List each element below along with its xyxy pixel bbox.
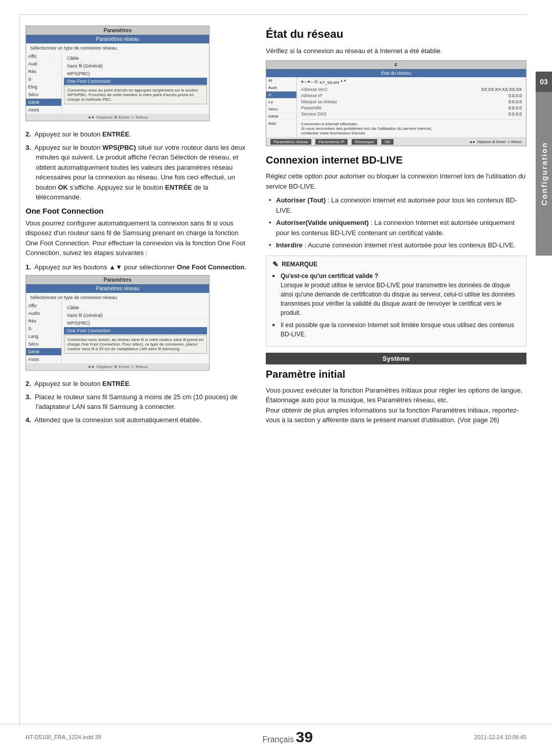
step-bold: ENTRÉE	[102, 130, 129, 138]
step-period: .	[129, 380, 131, 387]
systeme-bar: Système	[266, 353, 526, 364]
ns-item: Assi	[266, 120, 296, 127]
network-row: Masque ss-réseau 0.0.0.0	[301, 99, 522, 105]
ui-subtitle-bar-2: Paramètres réseau	[26, 284, 209, 293]
step-entree: ENTRÉE	[165, 184, 192, 191]
step-3b: 3. Placez le routeur sans fil Samsung à …	[26, 392, 250, 412]
sidebar-item: Sécu	[26, 340, 61, 348]
ui-network-status: F État du réseau Af Audi S· Lo Sécu Géné…	[266, 60, 526, 147]
network-title-outer: F	[266, 61, 526, 69]
footer-center: Français 39	[263, 728, 313, 746]
ui-footer-1: ◄► Déplacer ⊞ Entrer ⊃ Retour	[26, 114, 209, 121]
ns-item: Sécu	[266, 106, 296, 113]
step-num: 2.	[26, 130, 31, 138]
menu-item: Câble	[64, 304, 207, 312]
btn-reessayer[interactable]: Réessayer	[352, 139, 377, 145]
ns-item: Audi	[266, 84, 296, 91]
ui-footer-2: ◄► Déplacer ⊞ Entrer ⊃ Retour	[26, 363, 209, 370]
ui-title-bar-1: Paramètres	[26, 26, 209, 35]
step-text: Appuyez sur le bouton	[34, 380, 102, 387]
step-period: .	[244, 263, 246, 271]
ns-item: Géné	[266, 113, 296, 120]
ui-title-bar-2: Paramètres	[26, 276, 209, 284]
ui-tooltip-1: Connectez-vous au point d'accès en appuy…	[64, 85, 207, 104]
step-bold: WPS(PBC)	[102, 144, 136, 151]
step-bold: ENTRÉE	[102, 380, 129, 387]
row-value: 0.0.0.0	[509, 111, 522, 117]
menu-item-selected: One Foot Connection	[64, 78, 207, 85]
ui-prompt-1: Sélectionnez un type de connexion réseau…	[26, 43, 209, 53]
bullet-text: : Aucune connexion Internet n'est autori…	[303, 241, 516, 249]
sidebar-item: Assis	[26, 106, 61, 114]
menu-item: WPS(PBC)	[64, 70, 207, 78]
step-2: 2. Appuyez sur le bouton ENTRÉE.	[26, 129, 250, 140]
step-bold: One Foot Connection	[177, 263, 244, 271]
sidebar-item: Affic	[26, 53, 61, 60]
sidebar-item: Audio	[26, 310, 61, 317]
bdlive-heading: Connexion internet BD-LIVE	[266, 154, 526, 166]
bullet-autoriser-valide: Autoriser(Valide uniquement) : La connex…	[266, 218, 526, 238]
row-value: 0.0.0.0	[509, 99, 522, 104]
remarque-text: Lorsque le produit utilise le service BD…	[281, 282, 515, 316]
row-value: XX:XX:XX:XX:XX:XX	[481, 87, 522, 92]
footer-buttons: Paramètres réseau Paramètres IP Réessaye…	[270, 139, 394, 145]
conn-icon: ●—●—◎	[301, 79, 318, 84]
bdlive-bullets: Autoriser (Tout) : La connexion Internet…	[266, 195, 526, 250]
row-value: 0.0.0.0	[509, 105, 522, 110]
network-main: ●—●—◎ KT_WLAN ▲▼ Adresse MAC XX:XX:XX:XX…	[297, 77, 526, 138]
sidebar-item: Assis	[26, 356, 61, 363]
step-text: Placez le routeur sans fil Samsung à moi…	[35, 393, 238, 411]
left-column: Paramètres Paramètres réseau Sélectionne…	[26, 26, 250, 429]
chapter-number: 03	[536, 72, 552, 92]
sidebar-item: Lang	[26, 333, 61, 340]
ui-screenshot-2: Paramètres Paramètres réseau Sélectionne…	[26, 275, 210, 371]
remarque-box: REMARQUE Qu'est-ce qu'un certificat vali…	[266, 256, 526, 347]
step-num: 2.	[26, 380, 31, 387]
right-column: État du réseau Vérifiez si la connexion …	[266, 26, 526, 429]
one-foot-step-1: 1. Appuyez sur les boutons ▲▼ pour sélec…	[26, 262, 250, 272]
bullet-bold: Interdire	[276, 241, 303, 249]
footer-nav: ◄► Déplacer ⊞ Entrer ⊃ Retour	[469, 140, 522, 144]
sidebar-item: Rés	[26, 317, 61, 325]
btn-params-reseau[interactable]: Paramètres réseau	[270, 139, 311, 145]
etat-heading: État du réseau	[266, 28, 526, 41]
remarque-text: Il est possible que la connexion Interne…	[281, 322, 514, 338]
network-row: Adresse MAC XX:XX:XX:XX:XX:XX	[301, 86, 522, 93]
btn-params-ip[interactable]: Paramètres IP	[315, 139, 348, 145]
chapter-title: Configuration	[536, 92, 552, 256]
left-margin	[19, 15, 20, 725]
network-status-msg: Connexion à Internet effectuée. Si vous …	[301, 119, 522, 135]
btn-ok[interactable]: OK	[381, 139, 394, 145]
network-body: Af Audi S· Lo Sécu Géné Assi ●—●—◎ KT_WL…	[266, 77, 526, 138]
step-period: .	[129, 130, 131, 138]
ns-item: Lo	[266, 99, 296, 106]
one-foot-heading: One Foot Connection	[26, 207, 250, 215]
remarque-title: REMARQUE	[272, 260, 520, 268]
network-sidebar: Af Audi S· Lo Sécu Géné Assi	[266, 77, 297, 138]
network-title: État du réseau	[266, 69, 526, 77]
menu-item: Câble	[64, 55, 207, 62]
network-rows: Adresse MAC XX:XX:XX:XX:XX:XX Adresse IP…	[301, 86, 522, 117]
ui-sidebar-2: Affic Audio Rés S· Lang Sécu Géné Assis	[26, 302, 62, 363]
network-row: Serveur DNS 0.0.0.0	[301, 111, 522, 117]
network-footer: Paramètres réseau Paramètres IP Réessaye…	[266, 138, 526, 146]
menu-item-selected: One Foot Connection	[64, 327, 207, 335]
bdlive-desc: Réglez cette option pour autoriser ou bl…	[266, 171, 526, 191]
sidebar-item: Audi	[26, 60, 61, 68]
bullet-bold: Autoriser (Tout)	[276, 196, 326, 204]
ns-item: Af	[266, 77, 296, 84]
ns-item-selected: S·	[266, 91, 296, 99]
network-row: Passerelle 0.0.0.0	[301, 105, 522, 111]
ui-main-panel-2: Câble Sans fil (Général) WPS(PBC) One Fo…	[62, 302, 209, 363]
step-3: 3. Appuyez sur le bouton WPS(PBC) situé …	[26, 143, 250, 202]
page-container: 03 Configuration Paramètres Paramètres r…	[0, 0, 552, 756]
one-foot-desc: Vous pourrez configurer automatiquement …	[26, 218, 250, 258]
step-suffix2: s'affiche. Appuyez sur le bouton	[68, 184, 165, 191]
ui-body-2: Affic Audio Rés S· Lang Sécu Géné Assis …	[26, 302, 209, 363]
remarque-item-1: Qu'est-ce qu'un certificat valide ? Lors…	[272, 271, 520, 317]
page-footer: HT-D5100_FRA_1224.indd 39 Français 39 20…	[0, 724, 552, 746]
step-text: Attendez que la connexion soit automatiq…	[34, 416, 201, 424]
network-connection-icon: ●—●—◎ KT_WLAN ▲▼	[301, 79, 522, 85]
step-2b: 2. Appuyez sur le bouton ENTRÉE.	[26, 379, 250, 389]
top-margin	[19, 14, 526, 15]
